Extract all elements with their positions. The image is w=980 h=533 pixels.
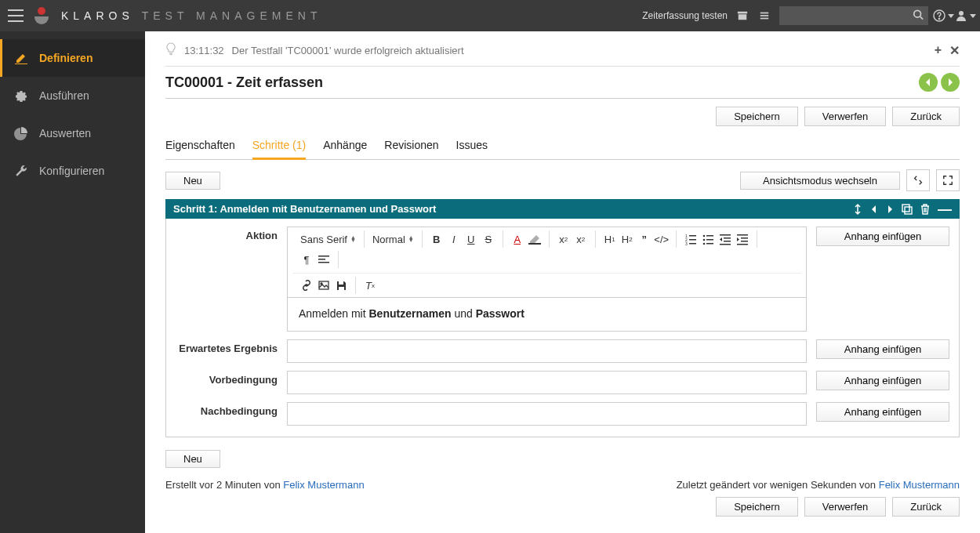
- edit-icon: [14, 51, 28, 65]
- discard-button-bottom[interactable]: Verwerfen: [804, 497, 887, 517]
- svg-point-24: [702, 243, 705, 245]
- action-content[interactable]: Anmelden mit Benutzernamen und Passwort: [288, 298, 806, 331]
- add-notification-button[interactable]: +: [935, 43, 942, 57]
- delete-icon[interactable]: [920, 204, 930, 215]
- step-next-icon[interactable]: [886, 205, 894, 214]
- svg-rect-31: [741, 237, 748, 239]
- back-button[interactable]: Zurück: [892, 107, 960, 126]
- italic-button[interactable]: I: [446, 231, 462, 247]
- switch-view-button[interactable]: Ansichtsmodus wechseln: [740, 172, 900, 190]
- user-menu[interactable]: [958, 9, 972, 23]
- sidebar-item-evaluate[interactable]: Auswerten: [0, 114, 145, 152]
- move-handle-icon[interactable]: [853, 204, 862, 215]
- superscript-button[interactable]: x2: [573, 231, 589, 247]
- h1-button[interactable]: H1: [602, 231, 618, 247]
- created-user-link[interactable]: Felix Mustermann: [283, 479, 364, 491]
- prev-button[interactable]: [919, 73, 938, 92]
- sidebar-item-execute[interactable]: Ausführen: [0, 77, 145, 114]
- collapse-step-icon[interactable]: —: [938, 205, 952, 213]
- tab-issues[interactable]: Issues: [456, 134, 488, 159]
- svg-rect-33: [737, 244, 748, 245]
- attach-button-expected[interactable]: Anhang einfügen: [816, 339, 949, 359]
- discard-button[interactable]: Verwerfen: [804, 107, 887, 126]
- font-family-select[interactable]: Sans Serif▲▼: [299, 234, 358, 245]
- changed-user-link[interactable]: Felix Mustermann: [879, 479, 960, 491]
- sidebar-label: Ausführen: [39, 89, 89, 102]
- code-button[interactable]: </>: [654, 231, 670, 247]
- sidebar-item-configure[interactable]: Konfigurieren: [0, 152, 145, 190]
- font-size-select[interactable]: Normal▲▼: [371, 234, 416, 245]
- align-button[interactable]: [316, 252, 332, 267]
- step-prev-icon[interactable]: [870, 205, 878, 214]
- paragraph-button[interactable]: ¶: [299, 252, 314, 267]
- sidebar-item-define[interactable]: Definieren: [0, 39, 145, 77]
- notification-bar: 13:11:32 Der Testfall 'TC00001' wurde er…: [165, 42, 960, 67]
- underline-button[interactable]: U: [463, 231, 479, 247]
- archive-icon[interactable]: [735, 9, 750, 23]
- link-button[interactable]: [299, 277, 314, 293]
- svg-text:3: 3: [685, 241, 688, 246]
- label-action: Aktion: [176, 227, 278, 241]
- tab-properties[interactable]: Eigenschaften: [165, 134, 235, 159]
- chart-icon: [14, 126, 28, 140]
- indent-button[interactable]: [735, 231, 750, 247]
- svg-rect-23: [706, 239, 713, 241]
- back-button-bottom[interactable]: Zurück: [892, 497, 960, 517]
- text-color-button[interactable]: A: [510, 231, 525, 247]
- sidebar-label: Auswerten: [39, 127, 91, 140]
- svg-rect-36: [318, 262, 329, 263]
- svg-rect-30: [737, 234, 748, 236]
- svg-rect-34: [318, 256, 329, 257]
- highlight-button[interactable]: [527, 231, 543, 247]
- quote-button[interactable]: ”: [637, 231, 652, 247]
- svg-rect-39: [339, 281, 343, 285]
- footer-meta: Erstellt vor 2 Minuten von Felix Musterm…: [165, 479, 960, 491]
- timing-link[interactable]: Zeiterfassung testen: [642, 10, 728, 21]
- save-button-bottom[interactable]: Speichern: [716, 497, 798, 517]
- new-step-button-bottom[interactable]: Neu: [165, 450, 220, 468]
- postcondition-input[interactable]: [287, 402, 807, 426]
- svg-rect-37: [319, 281, 328, 289]
- tab-revisions[interactable]: Revisionen: [384, 134, 438, 159]
- next-button[interactable]: [941, 73, 960, 92]
- step-body: Aktion Sans Serif▲▼ Normal▲▼ B: [165, 219, 960, 437]
- notification-text: Der Testfall 'TC00001' wurde erfolgreich…: [232, 45, 464, 56]
- svg-rect-25: [706, 243, 713, 245]
- notification-time: 13:11:32: [184, 45, 224, 56]
- attach-button-action[interactable]: Anhang einfügen: [816, 227, 949, 246]
- svg-point-8: [938, 18, 939, 19]
- save-icon-button[interactable]: [333, 277, 349, 293]
- clear-format-button[interactable]: Tx: [362, 277, 378, 293]
- h2-button[interactable]: H2: [619, 231, 635, 247]
- svg-rect-40: [339, 287, 344, 290]
- svg-rect-32: [741, 241, 748, 242]
- menu-toggle[interactable]: [8, 9, 24, 22]
- list-icon[interactable]: [757, 9, 771, 23]
- copy-icon[interactable]: [902, 204, 913, 215]
- outdent-button[interactable]: [717, 231, 733, 247]
- help-menu[interactable]: [936, 9, 950, 23]
- new-step-button-top[interactable]: Neu: [165, 172, 220, 190]
- label-expected: Erwartetes Ergebnis: [176, 339, 278, 354]
- tab-attachments[interactable]: Anhänge: [323, 134, 367, 159]
- bold-button[interactable]: B: [429, 231, 445, 247]
- fullscreen-icon[interactable]: [936, 169, 960, 191]
- svg-point-22: [702, 239, 705, 241]
- expected-input[interactable]: [287, 339, 807, 363]
- precondition-input[interactable]: [287, 371, 807, 394]
- ul-button[interactable]: [700, 231, 716, 247]
- subscript-button[interactable]: x2: [556, 231, 572, 247]
- search-input[interactable]: [779, 6, 928, 25]
- sidebar-label: Definieren: [39, 52, 93, 64]
- close-notification-button[interactable]: ✕: [949, 43, 960, 58]
- image-button[interactable]: [316, 277, 332, 293]
- action-editor: Sans Serif▲▼ Normal▲▼ B I U S: [287, 227, 807, 332]
- ol-button[interactable]: 123: [683, 231, 699, 247]
- label-precondition: Vorbedingung: [176, 371, 278, 386]
- attach-button-postcondition[interactable]: Anhang einfügen: [816, 402, 949, 422]
- strike-button[interactable]: S: [481, 231, 496, 247]
- save-button[interactable]: Speichern: [716, 107, 798, 126]
- tab-steps[interactable]: Schritte (1): [252, 134, 306, 160]
- collapse-icon[interactable]: [906, 169, 930, 191]
- attach-button-precondition[interactable]: Anhang einfügen: [816, 371, 949, 390]
